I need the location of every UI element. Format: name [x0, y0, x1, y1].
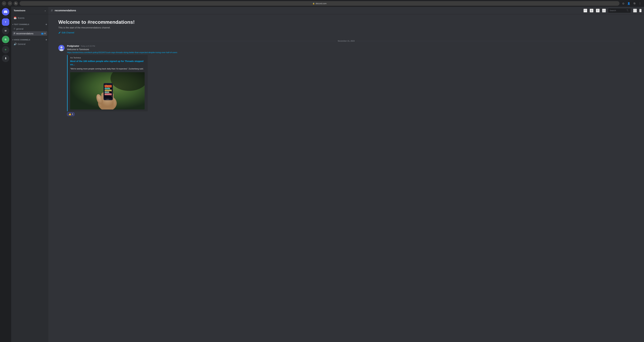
- channel-item-recommendations[interactable]: # recommendations 👥 ⚙: [12, 31, 47, 36]
- account-btn[interactable]: 👤: [626, 1, 631, 6]
- main-content: # recommendations: [48, 7, 644, 342]
- date-divider: November 21, 2023: [48, 38, 644, 44]
- server-icon-tomnivore[interactable]: T: [2, 18, 9, 26]
- channel-header-actions: ?: [584, 9, 642, 13]
- inbox-icon-btn[interactable]: [633, 9, 637, 13]
- message-text: Welcome to Tomnivore: [67, 48, 634, 51]
- welcome-subtitle: This is the start of the #recommendation…: [58, 26, 634, 29]
- embed-image: [70, 72, 145, 110]
- address-bar[interactable]: 🔒 discord.com: [20, 1, 620, 6]
- edit-channel-label: Edit Channel: [62, 31, 74, 34]
- welcome-title: Welcome to #recommendations!: [58, 19, 634, 25]
- message-author: Podginator: [67, 45, 79, 47]
- collapse-icon: ▾: [12, 24, 13, 25]
- url-text: discord.com: [316, 2, 326, 5]
- channel-header: # recommendations: [48, 7, 644, 14]
- edit-channel-button[interactable]: Edit Channel: [58, 31, 74, 34]
- svg-text:G: G: [5, 38, 6, 41]
- browser-right-icons: ⊙ 👤 ⧉ ⋮: [621, 1, 642, 6]
- server-icon-podcast[interactable]: M: [2, 27, 9, 35]
- search-bar[interactable]: [608, 9, 631, 13]
- add-text-channel-button[interactable]: +: [46, 23, 47, 26]
- server-list: T M G + ⬇: [0, 7, 11, 342]
- events-item[interactable]: 📅 Events: [12, 16, 47, 20]
- messages-area[interactable]: Welcome to #recommendations! This is the…: [48, 14, 644, 342]
- calendar-icon: 📅: [14, 17, 16, 20]
- svg-rect-17: [106, 99, 109, 100]
- hash-icon: #: [14, 27, 15, 31]
- hash-icon-active: #: [14, 32, 15, 35]
- voice-collapse-icon: ▾: [12, 39, 13, 41]
- server-icon-download[interactable]: ⬇: [2, 55, 9, 62]
- avatar: [58, 45, 64, 51]
- embed-site: Ars Technica: [70, 57, 145, 59]
- svg-rect-12: [104, 85, 112, 88]
- server-divider-2: [3, 45, 8, 45]
- pin-icon-btn[interactable]: [596, 9, 600, 13]
- embed-description: "We're seeing more people coming back da…: [70, 67, 145, 70]
- lock-icon: 🔒: [312, 3, 315, 5]
- discord-app: T M G + ⬇ Tomnivore ⌄ 📅 Events: [0, 7, 644, 342]
- server-divider: [3, 17, 8, 17]
- channel-header-name: recommendations: [54, 9, 76, 12]
- channel-settings-members-icon[interactable]: 👥: [41, 32, 44, 35]
- menu-btn[interactable]: ⋮: [638, 1, 642, 6]
- message-meta: Podginator Today at 9:33 PM: [67, 45, 634, 47]
- channel-list: 📅 Events ▾ TEXT CHANNELS + # general # r…: [11, 14, 48, 342]
- link-embed: Ars Technica Most of the 100 million peo…: [67, 55, 148, 111]
- add-voice-channel-button[interactable]: +: [46, 38, 47, 41]
- search-input[interactable]: [610, 9, 625, 12]
- server-icon-green[interactable]: G: [2, 36, 9, 43]
- reaction-emoji: 👍: [68, 113, 72, 116]
- message-link[interactable]: https://arstechnica.com/tech-policy/2023…: [67, 51, 177, 54]
- chevron-down-icon: ⌄: [44, 10, 46, 12]
- voice-channels-section-header[interactable]: ▾ VOICE CHANNELS +: [11, 36, 48, 42]
- speaker-icon: 🔊: [14, 43, 17, 46]
- forward-button[interactable]: →: [8, 1, 12, 6]
- channel-sidebar: Tomnivore ⌄ 📅 Events ▾ TEXT CHANNELS + #…: [11, 7, 48, 342]
- message-reactions: 👍 1: [67, 112, 634, 116]
- embed-title[interactable]: Most of the 100 million people who signe…: [70, 60, 145, 66]
- server-icon-add-server[interactable]: +: [2, 46, 9, 54]
- message-group: Podginator Today at 9:33 PM Welcome to T…: [48, 44, 644, 117]
- browser-chrome: ← → ↻ 🔒 discord.com ⊙ 👤 ⧉ ⋮: [0, 0, 644, 7]
- members-icon-btn[interactable]: [602, 9, 606, 13]
- channel-name-active: recommendations: [16, 32, 40, 35]
- threads-icon-btn[interactable]: [584, 9, 587, 13]
- text-channels-section-header[interactable]: ▾ TEXT CHANNELS +: [11, 21, 48, 27]
- voice-channel-general[interactable]: 🔊 General: [12, 42, 47, 46]
- events-label: Events: [18, 17, 24, 19]
- channel-item-general[interactable]: # general: [12, 27, 47, 31]
- reaction-count: 1: [72, 113, 73, 115]
- extensions-btn[interactable]: ⧉: [632, 1, 636, 6]
- server-name: Tomnivore: [14, 9, 26, 12]
- svg-point-3: [60, 46, 62, 49]
- date-divider-text: November 21, 2023: [336, 40, 356, 42]
- text-channels-label: TEXT CHANNELS: [14, 24, 29, 25]
- voice-channel-name: General: [18, 43, 26, 45]
- message-content: Podginator Today at 9:33 PM Welcome to T…: [67, 45, 634, 116]
- channel-action-icons: 👥 ⚙: [41, 32, 46, 35]
- channel-name: general: [16, 28, 46, 30]
- back-button[interactable]: ←: [2, 1, 6, 6]
- voice-channels-label: VOICE CHANNELS: [14, 39, 30, 41]
- channel-settings-gear-icon[interactable]: ⚙: [44, 32, 46, 35]
- server-icon-discord-home[interactable]: [2, 8, 9, 16]
- welcome-section: Welcome to #recommendations! This is the…: [48, 17, 644, 38]
- help-icon-btn[interactable]: ?: [639, 9, 642, 12]
- server-header[interactable]: Tomnivore ⌄: [11, 7, 48, 14]
- reaction-thumbsup[interactable]: 👍 1: [67, 112, 74, 116]
- notification-icon-btn[interactable]: [590, 9, 594, 13]
- message-timestamp: Today at 9:33 PM: [80, 45, 95, 47]
- reload-button[interactable]: ↻: [14, 1, 18, 6]
- channel-header-hash-icon: #: [51, 9, 53, 13]
- profile-icon-btn[interactable]: ⊙: [621, 1, 626, 6]
